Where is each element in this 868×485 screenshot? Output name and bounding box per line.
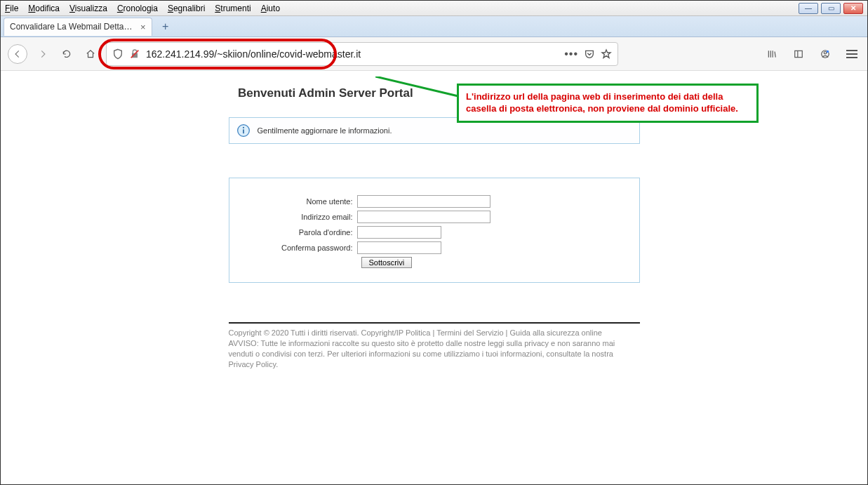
password-input[interactable] [357, 226, 441, 239]
insecure-lock-icon[interactable] [129, 48, 140, 60]
form-row-password: Parola d'ordine: [239, 226, 629, 239]
hamburger-line-icon [846, 50, 857, 51]
hamburger-line-icon [846, 57, 857, 58]
svg-point-5 [827, 50, 829, 53]
window-close-button[interactable]: ✕ [843, 3, 863, 14]
window-minimize-button[interactable]: — [799, 3, 818, 14]
new-tab-button[interactable]: + [156, 18, 175, 36]
confirm-password-input[interactable] [357, 241, 441, 254]
username-input[interactable] [357, 195, 490, 208]
toolbar: 162.241.214.99/~skiion/online/covid-webm… [1, 37, 867, 71]
form-row-email: Indirizzo email: [239, 211, 629, 223]
toolbar-right [763, 46, 860, 62]
menu-cronologia[interactable]: Cronologia [117, 4, 158, 13]
reload-icon [62, 49, 72, 59]
email-input[interactable] [357, 211, 490, 223]
window-maximize-button[interactable]: ▭ [821, 3, 841, 14]
page-actions-icon[interactable]: ••• [564, 48, 578, 60]
arrow-left-icon [13, 49, 22, 59]
url-bar[interactable]: 162.241.214.99/~skiion/online/covid-webm… [106, 42, 618, 66]
menu-visualizza[interactable]: Visualizza [69, 4, 107, 13]
annotation-callout: L'indirizzo url della pagina web di inse… [457, 84, 759, 123]
submit-row: Sottoscrivi [239, 257, 629, 268]
sidebar-icon [794, 49, 803, 59]
menu-file[interactable]: File [5, 4, 18, 13]
info-icon [236, 124, 251, 138]
page-content: L'indirizzo url della pagina web di inse… [1, 71, 867, 484]
svg-rect-8 [243, 129, 244, 133]
tab-close-icon[interactable]: × [140, 22, 146, 32]
svg-point-4 [824, 51, 827, 54]
form-row-username: Nome utente: [239, 195, 629, 208]
login-form: Nome utente: Indirizzo email: Parola d'o… [229, 178, 640, 283]
library-icon [767, 49, 777, 59]
tabstrip: Convalidare La Webmail Dettagli U × + [1, 16, 867, 37]
form-row-confirm: Conferma password: [239, 241, 629, 254]
password-label: Parola d'ordine: [239, 228, 357, 237]
shield-icon[interactable] [112, 48, 123, 60]
footer-links-text: Copyright © 2020 Tutti i diritti riserva… [229, 328, 602, 337]
svg-rect-1 [795, 51, 803, 57]
menu-aiuto[interactable]: Aiuto [261, 4, 280, 13]
confirm-password-label: Conferma password: [239, 244, 357, 252]
menubar: File Modifica Visualizza Cronologia Segn… [1, 1, 867, 16]
tab-title: Convalidare La Webmail Dettagli U [10, 22, 136, 32]
account-button[interactable] [817, 46, 834, 62]
home-button[interactable] [82, 46, 99, 62]
url-text: 162.241.214.99/~skiion/online/covid-webm… [146, 48, 559, 60]
menu-segnalibri[interactable]: Segnalibri [168, 4, 205, 13]
email-label: Indirizzo email: [239, 213, 357, 221]
menu-modifica[interactable]: Modifica [28, 4, 60, 13]
reload-button[interactable] [58, 46, 75, 62]
menu-strumenti[interactable]: Strumenti [215, 4, 251, 13]
annotation-callout-text: L'indirizzo url della pagina web di inse… [466, 91, 738, 114]
account-icon [820, 49, 830, 59]
pocket-icon[interactable] [584, 48, 595, 60]
footer: Copyright © 2020 Tutti i diritti riserva… [229, 328, 640, 369]
username-label: Nome utente: [239, 197, 357, 206]
submit-button[interactable]: Sottoscrivi [361, 257, 413, 268]
browser-tab[interactable]: Convalidare La Webmail Dettagli U × [4, 18, 152, 36]
forward-button[interactable] [34, 46, 51, 62]
hamburger-line-icon [846, 53, 857, 55]
library-button[interactable] [763, 46, 780, 62]
back-button[interactable] [8, 44, 27, 64]
sidebar-button[interactable] [790, 46, 807, 62]
bookmark-star-icon[interactable] [601, 48, 612, 60]
app-menu-button[interactable] [843, 47, 860, 61]
info-banner-text: Gentilmente aggiornare le informazioni. [258, 126, 392, 135]
footer-separator [229, 322, 640, 324]
footer-disclaimer-text: AVVISO: Tutte le informazioni raccolte s… [229, 338, 640, 370]
window-controls: — ▭ ✕ [799, 3, 863, 14]
svg-point-9 [242, 127, 243, 128]
arrow-right-icon [38, 49, 48, 59]
home-icon [86, 49, 95, 59]
